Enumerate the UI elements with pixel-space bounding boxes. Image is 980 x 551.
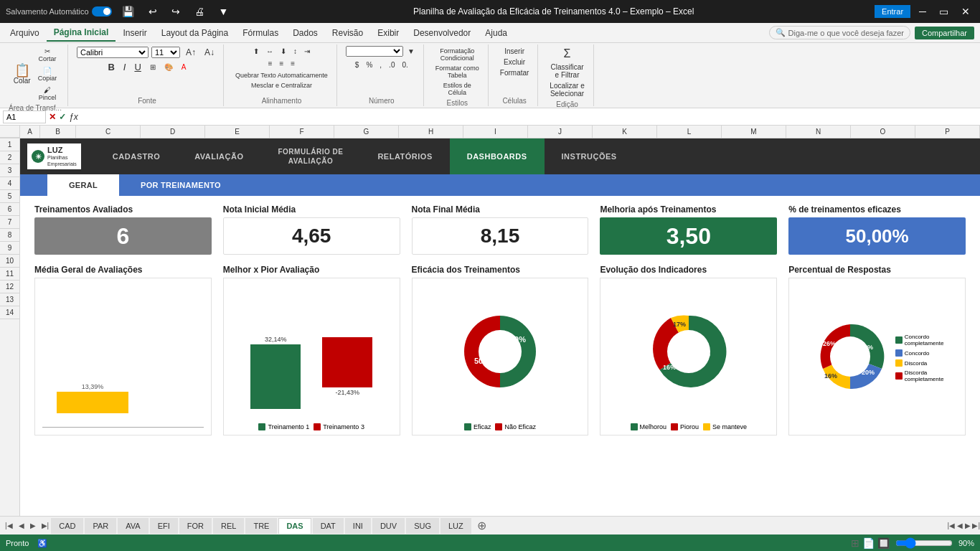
view-buttons: ⊞ 📄 🔲 <box>851 537 890 549</box>
tab-pagina-inicial[interactable]: Página Inicial <box>47 24 116 42</box>
font-name-select[interactable]: Calibri <box>77 47 149 58</box>
decimal-remove-button[interactable]: 0. <box>399 60 410 70</box>
sheet-tab-for[interactable]: FOR <box>179 518 212 534</box>
minimize-button[interactable]: ─ <box>915 4 930 19</box>
tab-exibir[interactable]: Exibir <box>370 25 406 41</box>
share-button[interactable]: Compartilhar <box>915 27 974 39</box>
eficacia-donut-svg: 50% 50% <box>453 305 547 398</box>
sheet-tab-cad[interactable]: CAD <box>51 518 83 534</box>
tab-desenvolvedor[interactable]: Desenvolvedor <box>406 25 478 41</box>
tab-arquivo[interactable]: Arquivo <box>3 25 47 41</box>
decimal-add-button[interactable]: .0 <box>386 60 397 70</box>
bold-button[interactable]: B <box>105 60 117 74</box>
align-top-button[interactable]: ⬆ <box>250 46 262 57</box>
sub-nav: GERAL POR TREINAMENTO <box>20 174 980 196</box>
fill-color-button[interactable]: 🎨 <box>161 62 176 72</box>
nav-item-avaliacao[interactable]: AVALIAÇÃO <box>177 138 260 174</box>
insert-cells-button[interactable]: Inserir <box>501 46 527 57</box>
format-painter-button[interactable]: 🖌Pincel <box>35 85 60 103</box>
font-shrink-button[interactable]: A↓ <box>202 46 217 59</box>
italic-button[interactable]: I <box>121 60 129 74</box>
autosave-toggle[interactable] <box>92 6 112 17</box>
align-bottom-button[interactable]: ⬇ <box>278 46 289 57</box>
sheet-tab-tre[interactable]: TRE <box>245 518 277 534</box>
sum-button[interactable]: Σ <box>561 46 574 62</box>
tab-dados[interactable]: Dados <box>286 25 325 41</box>
sheet-tab-ava[interactable]: AVA <box>118 518 148 534</box>
format-cells-button[interactable]: Formatar <box>497 67 532 78</box>
row-14: 14 <box>0 306 19 319</box>
align-right-button[interactable]: ≡ <box>288 58 298 69</box>
tab-formulas[interactable]: Fórmulas <box>235 25 286 41</box>
sheet-tab-das[interactable]: DAS <box>278 518 311 534</box>
align-left-button[interactable]: ≡ <box>265 58 275 69</box>
scroll-prev-icon[interactable]: ◀ <box>17 522 27 529</box>
comma-button[interactable]: , <box>377 60 385 70</box>
cell-styles-button[interactable]: Estilos deCélula <box>440 80 474 98</box>
subnav-item-geral[interactable]: GERAL <box>47 174 119 196</box>
chart-respostas-box: 38% 20% 16% 26% Concordocompletamente <box>788 278 966 435</box>
scroll-last-icon[interactable]: ▶| <box>39 522 52 529</box>
tab-layout[interactable]: Layout da Página <box>154 25 235 41</box>
nav-item-dashboards[interactable]: DASHBOARDS <box>450 138 545 174</box>
sheet-tab-luz[interactable]: LUZ <box>440 518 471 534</box>
sheet-tabs-right: |◀ ◀ ▶ ▶| <box>947 522 980 529</box>
border-button[interactable]: ⊞ <box>147 62 159 72</box>
tab-ajuda[interactable]: Ajuda <box>478 25 514 41</box>
undo-icon[interactable]: ↩ <box>144 4 161 19</box>
align-middle-button[interactable]: ↔ <box>263 46 276 57</box>
number-format-select[interactable] <box>346 46 403 57</box>
wrap-text-button[interactable]: Quebrar Texto Automaticamente <box>232 70 331 80</box>
tab-revisao[interactable]: Revisão <box>325 25 370 41</box>
normal-view-button[interactable]: ⊞ <box>851 537 859 549</box>
sheet-tab-sug[interactable]: SUG <box>406 518 439 534</box>
paste-button[interactable]: 📋 Colar <box>11 62 34 86</box>
scroll-next-icon[interactable]: ▶ <box>28 522 38 529</box>
align-center-button[interactable]: ≡ <box>277 58 287 69</box>
sheet-tab-duv[interactable]: DUV <box>372 518 405 534</box>
underline-button[interactable]: U <box>131 60 143 74</box>
nav-item-cadastro[interactable]: CADASTRO <box>95 138 177 174</box>
delete-cells-button[interactable]: Excluir <box>501 57 528 67</box>
row-1: 1 <box>0 138 19 151</box>
sheet-tab-ini[interactable]: INI <box>345 518 371 534</box>
customize-icon[interactable]: ▼ <box>215 4 233 19</box>
font-size-select[interactable]: 11 <box>151 47 180 58</box>
restore-button[interactable]: ▭ <box>935 4 953 19</box>
nav-item-instrucoes[interactable]: INSTRUÇÕES <box>545 138 634 174</box>
page-layout-button[interactable]: 📄 <box>862 537 875 549</box>
formula-input[interactable] <box>81 113 977 121</box>
percent-button[interactable]: % <box>363 60 375 70</box>
tab-inserir[interactable]: Inserir <box>116 25 154 41</box>
close-button[interactable]: ✕ <box>957 4 974 19</box>
cut-button[interactable]: ✂Cortar <box>35 46 60 64</box>
merge-button[interactable]: Mesclar e Centralizar <box>248 80 315 90</box>
format-table-button[interactable]: Formatar comoTabela <box>433 63 482 80</box>
font-color-button[interactable]: A <box>179 62 189 72</box>
subnav-item-por-treinamento[interactable]: POR TREINAMENTO <box>119 174 242 196</box>
find-button[interactable]: Localizar eSelecionar <box>547 80 587 99</box>
sheet-tab-rel[interactable]: REL <box>213 518 244 534</box>
sheet-tab-efi[interactable]: EFI <box>150 518 178 534</box>
indent-button[interactable]: ⇥ <box>301 46 313 57</box>
zoom-slider[interactable] <box>895 537 953 549</box>
add-sheet-button[interactable]: ⊕ <box>473 519 491 532</box>
save-icon[interactable]: 💾 <box>118 4 138 19</box>
redo-icon[interactable]: ↪ <box>167 4 184 19</box>
sheet-tab-dat[interactable]: DAT <box>313 518 344 534</box>
nav-item-relatorios[interactable]: RELATÓRIOS <box>360 138 449 174</box>
text-direction-button[interactable]: ↕ <box>291 46 300 57</box>
currency-button[interactable]: $ <box>352 60 362 70</box>
fill-button[interactable]: Classificare Filtrar <box>547 62 586 80</box>
scroll-first-icon[interactable]: |◀ <box>3 522 15 529</box>
copy-button[interactable]: 📄Copiar <box>35 65 60 83</box>
conditional-format-button[interactable]: FormataçãoCondicional <box>437 46 477 63</box>
entrar-button[interactable]: Entrar <box>875 5 910 18</box>
print-icon[interactable]: 🖨 <box>190 4 209 19</box>
nav-item-formulario[interactable]: FORMULÁRIO DEAVALIAÇÃO <box>260 138 360 174</box>
font-grow-button[interactable]: A↑ <box>183 46 199 59</box>
sheet-tab-par[interactable]: PAR <box>85 518 116 534</box>
page-break-button[interactable]: 🔲 <box>877 537 890 549</box>
cell-reference[interactable] <box>3 110 46 123</box>
number-format-expand[interactable]: ▼ <box>405 46 418 57</box>
